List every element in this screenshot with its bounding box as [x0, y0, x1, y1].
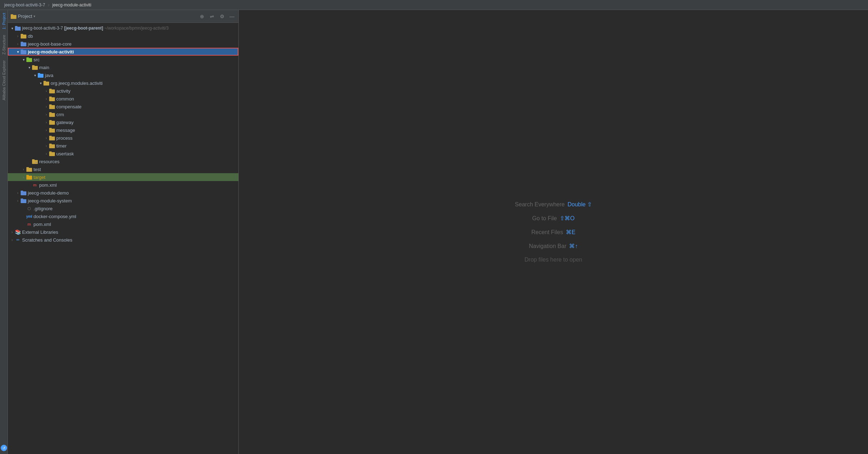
minimize-icon[interactable]: —	[228, 13, 236, 20]
tree-item-src[interactable]: ▾ src	[8, 56, 238, 63]
label-src: src	[33, 57, 40, 62]
equalize-icon[interactable]: ⇌	[208, 13, 216, 20]
tree-item-ext-libs[interactable]: › 📚 External Libraries	[8, 228, 238, 236]
tree-item-pom1[interactable]: m pom.xml	[8, 181, 238, 189]
tree-item-docker-compose[interactable]: yml docker-compose.yml	[8, 212, 238, 220]
icon-resources	[32, 159, 38, 164]
label-pom2: pom.xml	[33, 222, 51, 227]
panel-title: Project ▾	[11, 14, 35, 19]
tree-item-test[interactable]: › test	[8, 165, 238, 173]
alibaba-icon: ↺	[1, 445, 7, 451]
label-module-activiti: jeecg-module-activiti	[28, 49, 74, 55]
icon-process	[49, 135, 55, 141]
tree-item-org[interactable]: ▾ org.jeecg.modules.activiti	[8, 79, 238, 87]
arrow-common: ›	[43, 96, 49, 102]
title-bar: jeecg-boot-activiti-3-7 › jeecg-module-a…	[0, 0, 868, 10]
svg-rect-16	[43, 82, 49, 86]
tree-item-module-activiti[interactable]: ▾ jeecg-module-activiti	[8, 48, 238, 56]
settings-icon[interactable]: ⚙	[218, 13, 226, 20]
search-label: Search Everywhere	[515, 201, 565, 208]
icon-module-activiti	[21, 49, 26, 55]
icon-java	[38, 72, 43, 78]
sidebar-item-z-structure[interactable]: Z-Structure	[0, 32, 7, 57]
left-vertical-tabs: 1: Project Z-Structure Alibaba Cloud Exp…	[0, 10, 8, 454]
svg-rect-45	[21, 199, 26, 203]
root-label: jeecg-boot-activiti-3-7 [jeecg-boot-pare…	[22, 26, 169, 31]
icon-src	[26, 57, 32, 62]
svg-rect-1	[11, 14, 13, 15]
tree-item-main[interactable]: ▾ main	[8, 63, 238, 71]
tree-item-module-demo[interactable]: › jeecg-module-demo	[8, 189, 238, 197]
label-module-system: jeecg-module-system	[28, 198, 72, 203]
tree-item-gitignore[interactable]: ⬡ .gitignore	[8, 205, 238, 212]
svg-rect-38	[35, 162, 37, 163]
label-gitignore: .gitignore	[33, 206, 52, 211]
label-target: target	[33, 175, 45, 180]
sidebar-item-project[interactable]: 1: Project	[0, 10, 7, 32]
tree-item-message[interactable]: › message	[8, 126, 238, 134]
label-java: java	[45, 73, 53, 78]
arrow-process: ›	[43, 135, 49, 141]
svg-rect-31	[49, 136, 52, 137]
tree-item-scratches[interactable]: › ✏ Scratches and Consoles	[8, 236, 238, 244]
sidebar-item-alibaba[interactable]: Alibaba Cloud Explorer	[0, 57, 7, 103]
arrow-db: ›	[15, 33, 21, 39]
svg-rect-0	[11, 15, 16, 19]
tree-item-root[interactable]: ▾ jeecg-boot-activiti-3-7 [jeecg-boot-pa…	[8, 24, 238, 32]
tree-item-pom2[interactable]: m pom.xml	[8, 220, 238, 228]
shortcut-recent-files: Recent Files ⌘E	[531, 229, 575, 236]
label-ext-libs: External Libraries	[22, 229, 58, 235]
tree-item-usertask[interactable]: › usertask	[8, 150, 238, 158]
arrow-activity: ›	[43, 88, 49, 94]
tree-item-base-core[interactable]: › jeecg-boot-base-core	[8, 40, 238, 48]
svg-rect-29	[49, 128, 52, 129]
add-content-icon[interactable]: ⊕	[198, 13, 206, 20]
tree-item-process[interactable]: › process	[8, 134, 238, 142]
label-message: message	[56, 128, 75, 133]
tree-item-db[interactable]: › db	[8, 32, 238, 40]
panel-dropdown-icon[interactable]: ▾	[33, 14, 35, 18]
label-org: org.jeecg.modules.activiti	[51, 81, 103, 86]
tree-item-crm[interactable]: › crm	[8, 110, 238, 118]
svg-rect-39	[26, 168, 32, 172]
svg-rect-40	[26, 167, 29, 168]
arrow-ext-libs: ›	[9, 229, 15, 235]
label-test: test	[33, 167, 41, 172]
svg-rect-26	[49, 121, 55, 125]
tree-item-resources[interactable]: resources	[8, 158, 238, 165]
svg-rect-23	[49, 104, 52, 105]
search-key: Double ⇧	[568, 201, 592, 208]
arrow-gitignore	[21, 206, 26, 211]
svg-rect-28	[49, 129, 55, 133]
shortcut-nav-bar: Navigation Bar ⌘↑	[529, 243, 578, 249]
label-pom1: pom.xml	[39, 182, 57, 188]
arrow-pom1	[26, 182, 32, 188]
arrow-test: ›	[21, 166, 26, 172]
label-main: main	[39, 65, 49, 70]
tree-item-common[interactable]: › common	[8, 95, 238, 103]
arrow-root: ▾	[9, 25, 15, 31]
svg-rect-18	[49, 89, 55, 93]
nav-bar-key: ⌘↑	[569, 243, 578, 249]
icon-gitignore: ⬡	[26, 206, 32, 211]
svg-rect-9	[21, 50, 23, 51]
svg-rect-4	[21, 35, 26, 38]
breadcrumb-2: jeecg-module-activiti	[52, 2, 91, 7]
svg-rect-8	[21, 50, 26, 54]
tree-item-java[interactable]: ▾ java	[8, 71, 238, 79]
project-tree: ▾ jeecg-boot-activiti-3-7 [jeecg-boot-pa…	[8, 23, 238, 454]
svg-rect-12	[32, 66, 38, 70]
tree-item-module-system[interactable]: › jeecg-module-system	[8, 197, 238, 205]
tree-item-timer[interactable]: › timer	[8, 142, 238, 150]
tree-item-compensate[interactable]: › compensate	[8, 103, 238, 110]
icon-activity	[49, 88, 55, 94]
tree-item-gateway[interactable]: › gateway	[8, 118, 238, 126]
goto-file-label: Go to File	[532, 215, 557, 222]
tree-item-activity[interactable]: › activity	[8, 87, 238, 95]
goto-file-key: ⇧⌘O	[560, 215, 574, 222]
svg-rect-44	[21, 191, 23, 192]
svg-rect-20	[49, 97, 55, 101]
icon-compensate	[49, 104, 55, 109]
tree-item-target[interactable]: › target	[8, 173, 238, 181]
panel-title-label: Project	[18, 14, 32, 19]
